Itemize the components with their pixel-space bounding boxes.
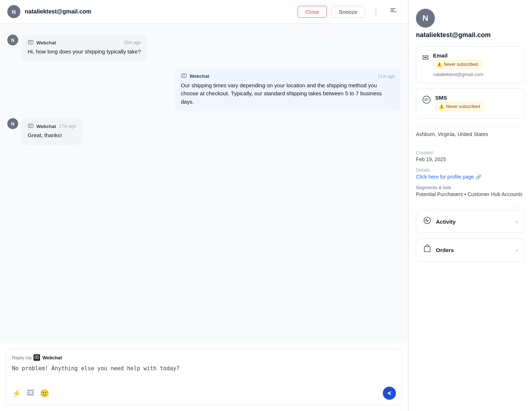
more-icon: ⋮ bbox=[372, 7, 380, 16]
sms-card-title: SMS bbox=[435, 95, 519, 101]
customer-avatar: N bbox=[7, 118, 18, 129]
profile-page-link[interactable]: Click here for profile page 🔗 bbox=[416, 174, 525, 180]
profile-avatar: N bbox=[416, 9, 435, 28]
created-section: Created Feb 19, 2025 bbox=[416, 150, 525, 162]
customer-bubble: Webchat 17m ago Great, thanks! bbox=[22, 118, 82, 145]
activity-icon bbox=[423, 216, 432, 227]
customer-avatar: N bbox=[7, 35, 18, 45]
orders-icon bbox=[423, 244, 432, 255]
segments-value: Potential Purchasers • Customer Hub Acco… bbox=[416, 191, 525, 197]
message-text: Our shipping times vary depending on you… bbox=[181, 81, 395, 106]
warning-icon: ⚠️ bbox=[437, 62, 442, 67]
created-label: Created bbox=[416, 150, 525, 155]
channel-label: Webchat bbox=[190, 73, 209, 79]
reply-input[interactable] bbox=[12, 364, 396, 381]
send-button[interactable] bbox=[383, 387, 396, 400]
activity-chevron-icon: › bbox=[516, 218, 518, 226]
message-text: Great, thanks! bbox=[28, 131, 76, 140]
orders-card[interactable]: Orders › bbox=[416, 238, 525, 262]
activity-card[interactable]: Activity › bbox=[416, 210, 525, 233]
more-options-button[interactable]: ⋮ bbox=[369, 6, 382, 17]
svg-rect-9 bbox=[28, 124, 33, 128]
svg-rect-17 bbox=[424, 247, 430, 252]
timestamp: 21m ago bbox=[378, 74, 395, 79]
svg-rect-0 bbox=[390, 8, 396, 9]
channel-label: Webchat bbox=[36, 124, 56, 129]
email-card-content: Email ⚠️ Never subscribed nataliektest@g… bbox=[433, 52, 519, 77]
sms-icon bbox=[422, 95, 431, 106]
svg-rect-6 bbox=[182, 74, 186, 77]
email-info-card: ✉ Email ⚠️ Never subscribed nataliektest… bbox=[416, 46, 525, 83]
email-never-subscribed-badge: ⚠️ Never subscribed bbox=[433, 60, 481, 68]
message-row: N Webchat 17m ago Great, thanks! bbox=[7, 118, 401, 145]
email-icon: ✉ bbox=[422, 53, 429, 63]
webchat-small-icon bbox=[33, 354, 40, 361]
profile-header: N nataliektest@gmail.com bbox=[416, 9, 525, 39]
message-meta: Webchat 28m ago bbox=[28, 40, 141, 45]
timestamp: 17m ago bbox=[59, 124, 76, 129]
avatar: N bbox=[7, 5, 20, 18]
sms-card-content: SMS ⚠️ Never subscribed bbox=[435, 95, 519, 112]
webchat-icon bbox=[181, 73, 187, 79]
details-section: Details Click here for profile page 🔗 bbox=[416, 167, 525, 180]
reply-via-label: Reply via bbox=[12, 355, 31, 360]
activity-label: Activity bbox=[436, 219, 456, 225]
location-text: Ashburn, Virginia, United States bbox=[416, 131, 525, 137]
sms-never-subscribed-badge: ⚠️ Never subscribed bbox=[435, 103, 484, 111]
orders-chevron-icon: › bbox=[516, 246, 518, 254]
sms-info-card: SMS ⚠️ Never subscribed bbox=[416, 88, 525, 119]
transcript-button[interactable] bbox=[387, 5, 401, 18]
segments-label: Segments & lists bbox=[416, 185, 525, 190]
message-row: Webchat 21m ago Our shipping times vary … bbox=[7, 68, 401, 111]
warning-icon: ⚠️ bbox=[439, 104, 444, 109]
reply-box: Reply via Webchat ⚡ 🖼 🙂 bbox=[6, 349, 402, 405]
webchat-icon bbox=[28, 123, 33, 129]
email-card-title: Email bbox=[433, 52, 519, 59]
created-date: Feb 19, 2025 bbox=[416, 156, 525, 162]
agent-bubble: Webchat 21m ago Our shipping times vary … bbox=[175, 68, 401, 111]
snooze-button[interactable]: Snooze bbox=[331, 6, 365, 18]
details-label: Details bbox=[416, 167, 525, 173]
svg-rect-12 bbox=[35, 356, 39, 359]
activity-card-left: Activity bbox=[423, 216, 456, 227]
orders-card-left: Orders bbox=[423, 244, 454, 255]
emoji-icon[interactable]: 🙂 bbox=[40, 389, 49, 398]
message-meta: Webchat 21m ago bbox=[181, 73, 395, 79]
lightning-icon[interactable]: ⚡ bbox=[12, 389, 21, 398]
right-panel: N nataliektest@gmail.com ✉ Email ⚠️ Neve… bbox=[408, 0, 532, 411]
external-link-icon: 🔗 bbox=[476, 174, 481, 180]
segments-section: Segments & lists Potential Purchasers • … bbox=[416, 185, 525, 197]
email-address-sub: nataliektest@gmail.com bbox=[433, 72, 519, 77]
svg-rect-3 bbox=[28, 40, 33, 44]
channel-name-bold: Webchat bbox=[42, 355, 62, 360]
divider bbox=[416, 127, 525, 128]
close-button[interactable]: Close bbox=[298, 6, 327, 18]
conversation-header: N nataliektest@gmail.com Close Snooze ⋮ bbox=[0, 0, 408, 24]
reply-via: Reply via Webchat bbox=[12, 354, 396, 361]
reply-tools: ⚡ 🖼 🙂 bbox=[12, 389, 49, 398]
svg-rect-2 bbox=[390, 11, 395, 12]
svg-point-15 bbox=[423, 96, 430, 103]
reply-footer: ⚡ 🖼 🙂 bbox=[12, 387, 396, 400]
left-panel: N nataliektest@gmail.com Close Snooze ⋮ … bbox=[0, 0, 408, 411]
divider bbox=[416, 146, 525, 146]
channel-label: Webchat bbox=[36, 40, 56, 45]
message-row: N Webchat 28m ago Hi, how long does your… bbox=[7, 35, 401, 61]
svg-rect-1 bbox=[390, 10, 394, 11]
header-email: nataliektest@gmail.com bbox=[25, 8, 293, 15]
orders-label: Orders bbox=[436, 247, 454, 253]
image-icon[interactable]: 🖼 bbox=[27, 389, 34, 398]
message-text: Hi, how long does your shipping typicall… bbox=[28, 48, 141, 56]
timestamp: 28m ago bbox=[124, 40, 141, 45]
profile-email: nataliektest@gmail.com bbox=[416, 31, 491, 39]
message-meta: Webchat 17m ago bbox=[28, 123, 76, 129]
customer-bubble: Webchat 28m ago Hi, how long does your s… bbox=[22, 35, 147, 61]
transcript-icon bbox=[390, 7, 398, 17]
webchat-icon bbox=[28, 40, 33, 45]
chat-area: N Webchat 28m ago Hi, how long does your… bbox=[0, 24, 408, 343]
divider bbox=[416, 206, 525, 206]
